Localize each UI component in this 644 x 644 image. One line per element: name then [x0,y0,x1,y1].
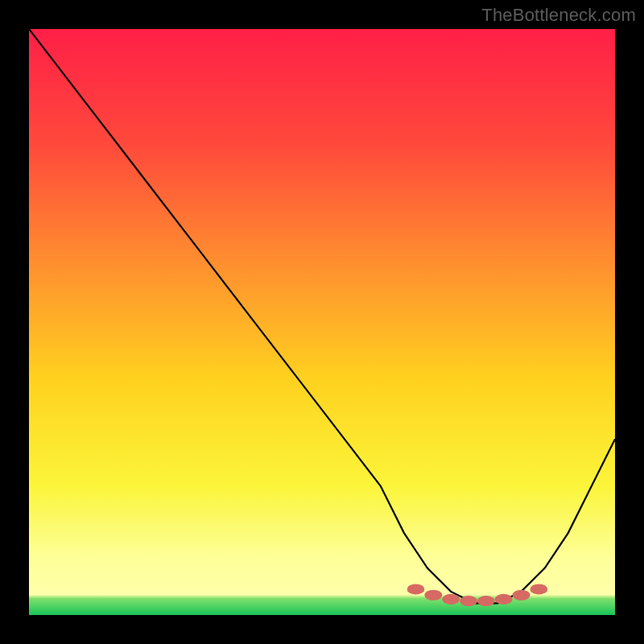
optimal-dot [442,594,460,605]
gradient-background [29,29,615,615]
optimal-dot [424,590,442,601]
optimal-dot [530,584,547,594]
bottleneck-chart [29,29,615,615]
optimal-dot [460,596,477,606]
attribution-text: TheBottleneck.com [481,5,636,26]
optimal-dot [477,596,495,606]
optimal-dot [495,594,513,605]
optimal-dot [407,584,425,594]
chart-wrapper: TheBottleneck.com [0,0,644,644]
optimal-dot [513,590,530,601]
